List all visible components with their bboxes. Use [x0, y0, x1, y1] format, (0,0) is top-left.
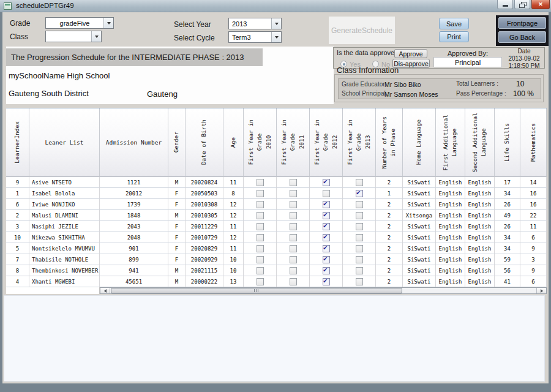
year-checkbox[interactable] — [257, 256, 264, 263]
header-cell[interactable]: Admission Number — [100, 108, 168, 177]
year-checkbox[interactable] — [290, 234, 297, 241]
year-checkbox[interactable] — [356, 212, 363, 219]
table-cell: F — [168, 188, 186, 199]
year-checkbox[interactable] — [290, 201, 297, 208]
table-cell: 1121 — [100, 177, 168, 188]
header-cell[interactable]: Age — [223, 108, 244, 177]
header-cell[interactable]: First Year in Grade 2010 — [244, 108, 277, 177]
year-checkbox[interactable] — [356, 245, 363, 252]
year-checkbox[interactable] — [323, 256, 330, 263]
year-checkbox[interactable] — [257, 278, 264, 285]
year-checkbox[interactable] — [323, 179, 330, 186]
window-titlebar[interactable]: scheduleDPTGr49 ✕ — [0, 0, 551, 12]
header-cell[interactable]: First Year in Grade 2011 — [277, 108, 310, 177]
header-cell[interactable]: Mathematics — [520, 108, 547, 177]
header-cell[interactable]: First Year in Grade 2013 — [343, 108, 376, 177]
approve-button[interactable]: Approve — [394, 49, 427, 58]
table-cell: F — [168, 199, 186, 210]
grade-combo-arrow[interactable] — [103, 18, 113, 28]
year-checkbox[interactable] — [290, 212, 297, 219]
year-checkbox[interactable] — [356, 223, 363, 230]
table-cell — [277, 221, 310, 232]
save-button[interactable]: Save — [439, 18, 469, 29]
cycle-combo[interactable]: Term3 — [228, 31, 282, 43]
header-cell-label: Number of Years in Phase — [380, 116, 398, 169]
year-checkbox[interactable] — [356, 256, 363, 263]
year-checkbox[interactable] — [356, 278, 363, 285]
table-row: 1Isabel Bolola20012F2005050381SiSwatiEng… — [6, 188, 547, 199]
cycle-combo-arrow[interactable] — [271, 32, 281, 42]
table-cell: 11 — [223, 221, 244, 232]
year-checkbox[interactable] — [323, 223, 330, 230]
year-checkbox[interactable] — [257, 245, 264, 252]
header-cell[interactable]: Life Skills — [495, 108, 520, 177]
header-cell[interactable]: First Year in Grade 2012 — [310, 108, 343, 177]
table-cell: 56 — [495, 265, 520, 276]
class-combo-arrow[interactable] — [91, 31, 101, 42]
year-checkbox[interactable] — [323, 234, 330, 241]
year-checkbox[interactable] — [323, 245, 330, 252]
year-checkbox[interactable] — [356, 201, 363, 208]
select-cycle-label: Select Cycle — [174, 34, 215, 42]
year-checkbox[interactable] — [290, 223, 297, 230]
header-cell[interactable]: First Additional Language — [436, 108, 465, 177]
year-combo-arrow[interactable] — [271, 18, 281, 29]
year-checkbox[interactable] — [290, 190, 297, 197]
year-checkbox[interactable] — [356, 267, 363, 274]
generate-schedule-button[interactable]: GenerateSchedule — [329, 17, 395, 44]
year-checkbox[interactable] — [257, 179, 264, 186]
go-back-button[interactable]: Go Back — [498, 31, 546, 43]
year-checkbox[interactable] — [290, 278, 297, 285]
maximize-button[interactable] — [514, 0, 530, 9]
grade-combo[interactable]: gradeFive — [45, 17, 114, 29]
header-cell[interactable]: Number of Years in Phase — [376, 108, 403, 177]
header-cell[interactable]: Leaner List — [29, 108, 100, 177]
table-cell — [244, 210, 277, 221]
year-checkbox[interactable] — [323, 212, 330, 219]
year-checkbox[interactable] — [323, 267, 330, 274]
header-cell[interactable]: Gender — [168, 108, 186, 177]
year-checkbox[interactable] — [356, 179, 363, 186]
header-cell-label: Date of Birth — [200, 119, 208, 165]
year-checkbox[interactable] — [290, 256, 297, 263]
close-button[interactable]: ✕ — [531, 0, 550, 9]
year-checkbox[interactable] — [356, 234, 363, 241]
year-checkbox[interactable] — [257, 267, 264, 274]
year-checkbox[interactable] — [356, 190, 363, 197]
table-cell: 9 — [520, 265, 547, 276]
approved-by-input[interactable] — [433, 57, 502, 67]
class-combo[interactable] — [45, 31, 102, 42]
scrollbar-left-arrow[interactable] — [100, 288, 110, 293]
year-checkbox[interactable] — [323, 201, 330, 208]
year-checkbox[interactable] — [257, 212, 264, 219]
table-cell: Nasiphi JEZILE — [29, 221, 100, 232]
minimize-button[interactable] — [497, 0, 513, 9]
year-checkbox[interactable] — [257, 223, 264, 230]
table-cell: 6 — [6, 199, 29, 210]
table-cell — [310, 177, 343, 188]
frontpage-button[interactable]: Frontpage — [498, 17, 546, 29]
table-cell: 11 — [520, 221, 547, 232]
table-cell: 1848 — [100, 210, 168, 221]
header-cell-label: First Year in Grade 2013 — [346, 119, 372, 165]
year-checkbox[interactable] — [257, 201, 264, 208]
scrollbar-right-arrow[interactable] — [536, 288, 546, 293]
year-combo[interactable]: 2013 — [228, 18, 282, 29]
year-checkbox[interactable] — [257, 234, 264, 241]
year-checkbox[interactable] — [257, 190, 264, 197]
print-button[interactable]: Print — [439, 31, 469, 42]
header-cell[interactable]: Date of Birth — [186, 108, 223, 177]
year-checkbox[interactable] — [323, 190, 330, 197]
year-checkbox[interactable] — [323, 278, 330, 285]
header-cell[interactable]: Second Additional Language — [465, 108, 495, 177]
year-checkbox[interactable] — [290, 245, 297, 252]
table-cell — [244, 221, 277, 232]
header-cell[interactable]: Home Language — [403, 108, 436, 177]
year-checkbox[interactable] — [290, 179, 297, 186]
table-cell: 941 — [100, 265, 168, 276]
table-cell: English — [465, 276, 495, 287]
h-scrollbar[interactable] — [100, 287, 547, 294]
year-checkbox[interactable] — [290, 267, 297, 274]
scrollbar-thumb[interactable] — [111, 288, 402, 293]
header-cell[interactable]: LearnerIndex — [6, 108, 29, 177]
